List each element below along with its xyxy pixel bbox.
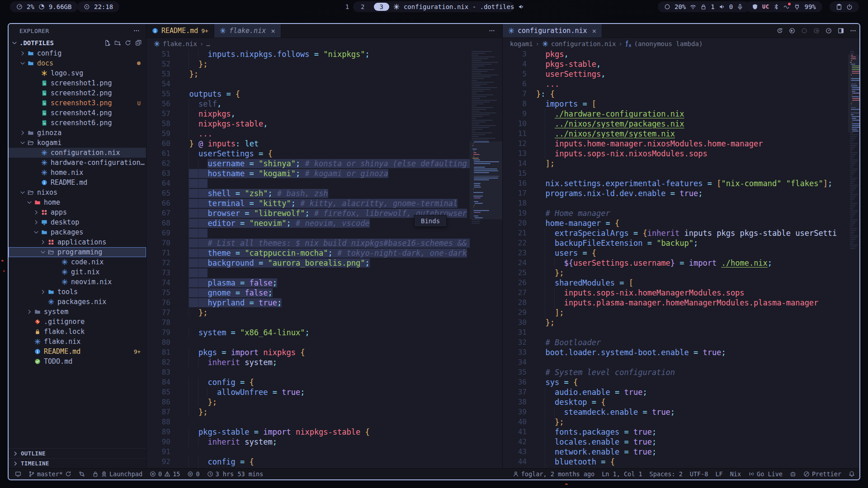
tree-item-screenshot4.png[interactable]: screenshot4.png: [9, 108, 146, 118]
code-editor-configuration[interactable]: 3 pkgs,4 pkgs-stable,5 userSettings,6 ..…: [503, 49, 860, 468]
tree-item-system[interactable]: system: [9, 307, 146, 317]
code-line-7[interactable]: 7}: {: [503, 89, 860, 99]
code-line-41[interactable]: 41 fonts.packages = true;: [503, 427, 860, 437]
breadcrumb-file[interactable]: configuration.nix: [551, 40, 616, 47]
timeline-refresh-icon[interactable]: [777, 28, 783, 34]
tree-item-packages.nix[interactable]: packages.nix: [9, 297, 146, 307]
cursor-position-button[interactable]: Ln 1, Col 1: [602, 470, 642, 478]
code-line-69[interactable]: 69: [146, 228, 502, 238]
code-line-89[interactable]: 89 pkgs-stable = import nixpkgs-stable {: [146, 427, 502, 437]
tab-overflow-icon[interactable]: [489, 24, 495, 38]
tree-item-git.nix[interactable]: git.nix: [9, 267, 146, 277]
code-line-40[interactable]: 40 };: [503, 417, 860, 427]
clock-pill[interactable]: 22:18: [77, 1, 119, 12]
code-line-20[interactable]: 20 home-manager = {: [503, 218, 860, 228]
tab-readme[interactable]: README.md 9+: [146, 24, 214, 38]
breadcrumb-file[interactable]: flake.nix: [163, 40, 197, 47]
chevron-right-icon[interactable]: [33, 209, 40, 216]
tree-item-hardware-configuration.nix[interactable]: hardware-configuration.nix: [9, 158, 146, 168]
tree-item-packages[interactable]: packages: [9, 227, 146, 237]
code-line-29[interactable]: 29 ];: [503, 308, 860, 318]
chevron-right-icon[interactable]: [33, 219, 40, 225]
code-line-22[interactable]: 22 backupFileExtension = "backup";: [503, 238, 860, 248]
breadcrumb-right[interactable]: kogami › configuration.nix › ƒx (anonymo…: [503, 38, 860, 49]
code-line-72[interactable]: 72 background = "aurora_borealis.png";: [146, 258, 502, 268]
code-line-62[interactable]: 62 username = "shinya"; # konsta or shin…: [146, 159, 502, 169]
minimap-slider[interactable]: [470, 141, 502, 219]
code-line-38[interactable]: 38 desktop = {: [503, 397, 860, 407]
code-line-34[interactable]: 34: [503, 357, 860, 367]
code-line-80[interactable]: 80: [146, 338, 502, 347]
problems-button[interactable]: 0 15: [150, 470, 180, 478]
code-line-25[interactable]: 25 };: [503, 268, 860, 278]
code-line-70[interactable]: 70 # List all themes: $ nix build nixpkg…: [146, 238, 502, 248]
git-compare-button[interactable]: [79, 471, 85, 477]
code-line-74[interactable]: 74 plasma = false;: [146, 278, 502, 288]
code-line-30[interactable]: 30 };: [503, 318, 860, 328]
system-stats-pill[interactable]: 2% 9.66GB: [10, 1, 78, 12]
chevron-down-icon[interactable]: [19, 189, 26, 196]
tree-item-docs[interactable]: docs: [9, 58, 146, 68]
tree-item-.gitignore[interactable]: .gitignore: [9, 317, 146, 327]
code-line-4[interactable]: 4 pkgs-stable,: [503, 59, 860, 69]
code-line-64[interactable]: 64: [146, 178, 502, 188]
new-file-icon[interactable]: [104, 40, 110, 46]
section-dotfiles[interactable]: .DOTFILES: [9, 38, 146, 48]
chevron-right-icon[interactable]: [26, 309, 33, 315]
code-line-55[interactable]: 55 outputs = {: [146, 89, 502, 99]
tree-item-screenshot2.png[interactable]: screenshot2.png: [9, 88, 146, 98]
code-line-88[interactable]: 88: [146, 417, 502, 427]
outline-section[interactable]: OUTLINE: [9, 448, 146, 458]
code-line-42[interactable]: 42 locales.enable = true;: [503, 437, 860, 447]
ports-button[interactable]: 0: [187, 470, 199, 478]
code-line-35[interactable]: 35 # System level configuration: [503, 367, 860, 377]
code-line-63[interactable]: 63 hostname = "kogami"; # kogami or gino…: [146, 169, 502, 178]
chevron-right-icon[interactable]: [19, 130, 26, 136]
code-line-75[interactable]: 75 gnome = false;: [146, 288, 502, 298]
tree-item-kogami[interactable]: kogami: [9, 138, 146, 148]
code-line-61[interactable]: 61 userSettings = {: [146, 149, 502, 159]
code-line-73[interactable]: 73: [146, 268, 502, 278]
refresh-icon[interactable]: [125, 40, 131, 46]
chevron-down-icon[interactable]: [39, 249, 47, 255]
code-line-11[interactable]: 11 ../nixos/system/system.nix: [503, 129, 860, 139]
copilot-button[interactable]: [790, 471, 796, 477]
tree-item-home.nix[interactable]: home.nix: [9, 168, 146, 178]
code-editor-flake[interactable]: 51 inputs.nixpkgs.follows = "nixpkgs";52…: [146, 49, 502, 468]
collapse-all-icon[interactable]: [135, 40, 142, 46]
code-line-19[interactable]: 19 # Home manager: [503, 208, 860, 218]
code-line-24[interactable]: 24 ${userSettings.username} = import ./h…: [503, 258, 860, 268]
tree-item-home[interactable]: home: [9, 197, 146, 207]
minimap-slider[interactable]: [848, 55, 860, 132]
code-line-28[interactable]: 28 inputs.plasma-manager.homeManagerModu…: [503, 298, 860, 308]
navigate-forward-icon[interactable]: [813, 28, 820, 34]
encoding-button[interactable]: UTF-8: [690, 470, 708, 478]
code-line-79[interactable]: 79 system = "x86_64-linux";: [146, 328, 502, 338]
code-line-51[interactable]: 51 inputs.nixpkgs.follows = "nixpkgs";: [146, 49, 502, 59]
code-line-5[interactable]: 5 userSettings,: [503, 69, 860, 79]
tree-item-screenshot1.png[interactable]: screenshot1.png: [9, 78, 146, 88]
code-line-8[interactable]: 8 imports = [: [503, 99, 860, 109]
navigate-back-icon[interactable]: [789, 28, 795, 34]
tree-item-screenshot6.png[interactable]: screenshot6.png: [9, 118, 146, 128]
code-line-52[interactable]: 52 };: [146, 59, 502, 69]
split-editor-icon[interactable]: [838, 28, 844, 34]
close-tab-icon[interactable]: ×: [271, 27, 275, 35]
eol-button[interactable]: LF: [715, 470, 722, 478]
code-line-59[interactable]: 59 ...: [146, 129, 502, 139]
breadcrumb-left[interactable]: flake.nix › …: [146, 38, 502, 49]
code-line-77[interactable]: 77 };: [146, 308, 502, 318]
code-line-26[interactable]: 26 sharedModules = [: [503, 278, 860, 288]
tree-item-applications[interactable]: applications: [9, 237, 146, 247]
code-line-33[interactable]: 33 boot.loader.systemd-boot.enable = tru…: [503, 347, 860, 357]
code-line-14[interactable]: 14 ];: [503, 159, 860, 169]
indentation-button[interactable]: Spaces: 2: [650, 470, 683, 478]
tree-item-logo.svg[interactable]: logo.svg: [9, 68, 146, 78]
chevron-right-icon[interactable]: [39, 289, 47, 295]
go-live-button[interactable]: Go Live: [748, 470, 783, 478]
minimap-left[interactable]: [470, 49, 502, 468]
language-mode-button[interactable]: Nix: [730, 470, 741, 478]
notifications-button[interactable]: [849, 471, 855, 477]
remote-window-button[interactable]: [15, 471, 21, 477]
tab-configuration[interactable]: configuration.nix ×: [503, 24, 602, 38]
